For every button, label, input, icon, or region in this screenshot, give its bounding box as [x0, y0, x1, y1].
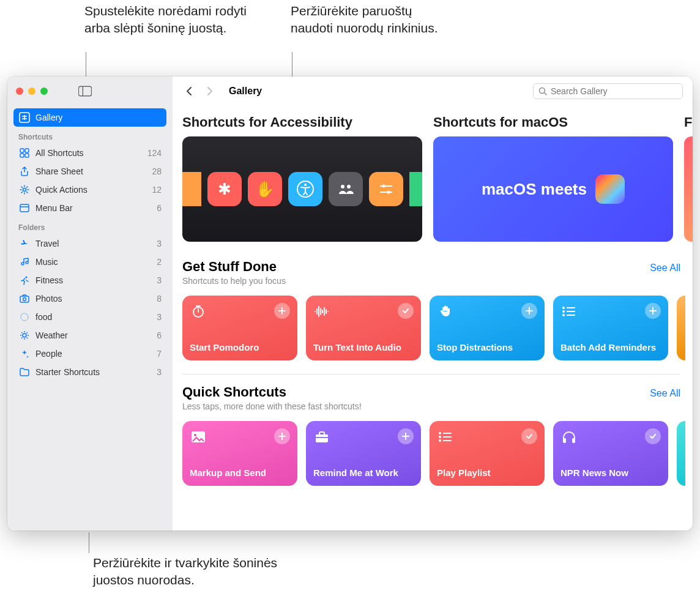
sidebar-toggle-button[interactable] [78, 86, 92, 97]
sidebar-header-folders: Folders [13, 217, 166, 234]
svg-rect-9 [25, 154, 29, 157]
callout-hero: Peržiūrėkite paruoštų naudoti nuorodų ri… [291, 2, 450, 37]
tile-name: Turn Text Into Audio [313, 342, 414, 353]
shortcut-tile-text-audio[interactable]: Turn Text Into Audio [306, 296, 421, 360]
music-icon [18, 256, 31, 268]
check-badge-icon[interactable] [521, 428, 537, 444]
hero-title: Shortcuts for macOS [433, 114, 673, 130]
shortcut-tile-npr-news[interactable]: NPR News Now [553, 421, 668, 486]
search-field[interactable] [533, 83, 683, 99]
sidebar-item-label: Share Sheet [35, 166, 152, 176]
waveform-icon [313, 303, 330, 320]
sidebar-item-count: 3 [157, 312, 162, 322]
sidebar-item-menu-bar[interactable]: Menu Bar 6 [13, 199, 166, 217]
shortcut-tile-batch-reminders[interactable]: Batch Add Reminders [553, 296, 668, 360]
image-icon [190, 428, 207, 445]
shortcut-tile-play-playlist[interactable]: Play Playlist [430, 421, 545, 486]
hero-card-macos[interactable]: macOS meets [433, 136, 673, 242]
sidebar: Gallery Shortcuts All Shortcuts 124 Shar… [7, 76, 173, 531]
page-title: Gallery [229, 86, 262, 97]
hero-card-accessibility[interactable]: ✱ ✋ [182, 136, 422, 242]
sidebar-item-weather[interactable]: Weather 6 [13, 326, 166, 345]
svg-point-25 [382, 185, 385, 188]
toolbar: Gallery [173, 76, 693, 106]
sidebar-item-label: Travel [35, 239, 157, 248]
svg-rect-37 [316, 434, 328, 442]
hero-title: Shortcuts for Accessibility [182, 114, 422, 130]
callout-sidebar-manage: Peržiūrėkite ir tvarkykite šoninės juost… [93, 554, 289, 589]
hero-card-peek[interactable] [684, 136, 693, 242]
list-icon [560, 303, 578, 320]
shortcut-tile-stop-distractions[interactable]: Stop Distractions [430, 296, 545, 360]
sidebar-item-photos[interactable]: Photos 8 [13, 289, 166, 308]
back-button[interactable] [182, 84, 196, 98]
svg-point-13 [26, 277, 28, 278]
hero-tile-icon [182, 172, 201, 206]
shortcut-tile-markup-send[interactable]: Markup and Send [182, 421, 297, 486]
hero-section: Shortcuts for Accessibility ✱ ✋ Short [173, 106, 693, 242]
shortcut-tile-start-pomodoro[interactable]: Start Pomodoro [182, 296, 297, 360]
sidebar-item-label: Gallery [35, 113, 162, 122]
sidebar-item-food[interactable]: food 3 [13, 308, 166, 326]
shortcut-tile-remind-work[interactable]: Remind Me at Work [306, 421, 421, 486]
see-all-link[interactable]: See All [650, 263, 680, 274]
svg-point-10 [23, 188, 26, 192]
sidebar-item-count: 12 [152, 185, 162, 195]
add-badge-icon[interactable] [274, 428, 290, 444]
timer-icon [190, 303, 207, 320]
sidebar-item-people[interactable]: People 7 [13, 345, 166, 363]
window-controls [16, 88, 48, 95]
close-button[interactable] [16, 88, 23, 95]
minimize-button[interactable] [28, 88, 35, 95]
sidebar-item-label: Menu Bar [35, 203, 157, 213]
svg-point-22 [341, 185, 344, 188]
list-icon [437, 428, 454, 445]
tile-name: Play Playlist [437, 467, 537, 479]
headphones-icon [560, 428, 578, 445]
gallery-icon [18, 111, 31, 124]
plane-icon [18, 237, 31, 250]
sidebar-item-quick-actions[interactable]: Quick Actions 12 [13, 181, 166, 199]
sidebar-item-all-shortcuts[interactable]: All Shortcuts 124 [13, 144, 166, 162]
shortcut-tile-peek[interactable] [677, 421, 685, 486]
add-badge-icon[interactable] [645, 303, 661, 319]
svg-rect-46 [572, 438, 575, 443]
check-badge-icon[interactable] [645, 428, 661, 444]
add-badge-icon[interactable] [274, 303, 290, 319]
sidebar-list: Gallery Shortcuts All Shortcuts 124 Shar… [7, 106, 173, 384]
hero-banner-text: macOS meets [482, 180, 587, 199]
sidebar-item-label: Music [35, 257, 157, 267]
add-badge-icon[interactable] [521, 303, 537, 319]
search-input[interactable] [551, 86, 677, 96]
hero-title: F [684, 114, 693, 130]
see-all-link[interactable]: See All [650, 388, 680, 399]
sidebar-item-gallery[interactable]: Gallery [13, 108, 166, 127]
sidebar-item-label: Quick Actions [35, 185, 152, 195]
accessibility-icon [288, 172, 322, 206]
gallery-content: Shortcuts for Accessibility ✱ ✋ Short [173, 106, 693, 531]
sidebar-item-count: 8 [157, 294, 162, 304]
tile-name: Remind Me at Work [313, 467, 414, 479]
sidebar-item-fitness[interactable]: Fitness 3 [13, 271, 166, 289]
tile-name: Stop Distractions [437, 342, 537, 353]
search-icon [538, 87, 547, 95]
sidebar-item-label: Fitness [35, 275, 157, 285]
svg-point-15 [23, 298, 26, 301]
sidebar-item-starter[interactable]: Starter Shortcuts 3 [13, 363, 166, 381]
sidebar-item-count: 28 [152, 166, 162, 176]
section-title: Get Stuff Done [182, 259, 286, 275]
svg-rect-7 [25, 149, 29, 152]
spark-icon [18, 348, 31, 360]
sidebar-item-travel[interactable]: Travel 3 [13, 234, 166, 253]
hero-tile-icon [409, 172, 422, 206]
sidebar-item-music[interactable]: Music 2 [13, 253, 166, 271]
sidebar-item-share-sheet[interactable]: Share Sheet 28 [13, 162, 166, 181]
add-badge-icon[interactable] [398, 428, 414, 444]
asterisk-icon: ✱ [207, 172, 242, 206]
check-badge-icon[interactable] [398, 303, 414, 319]
hand-icon: ✋ [248, 172, 282, 206]
svg-point-23 [347, 185, 351, 188]
zoom-button[interactable] [40, 88, 48, 95]
forward-button[interactable] [203, 84, 217, 98]
shortcut-tile-peek[interactable] [677, 296, 685, 360]
